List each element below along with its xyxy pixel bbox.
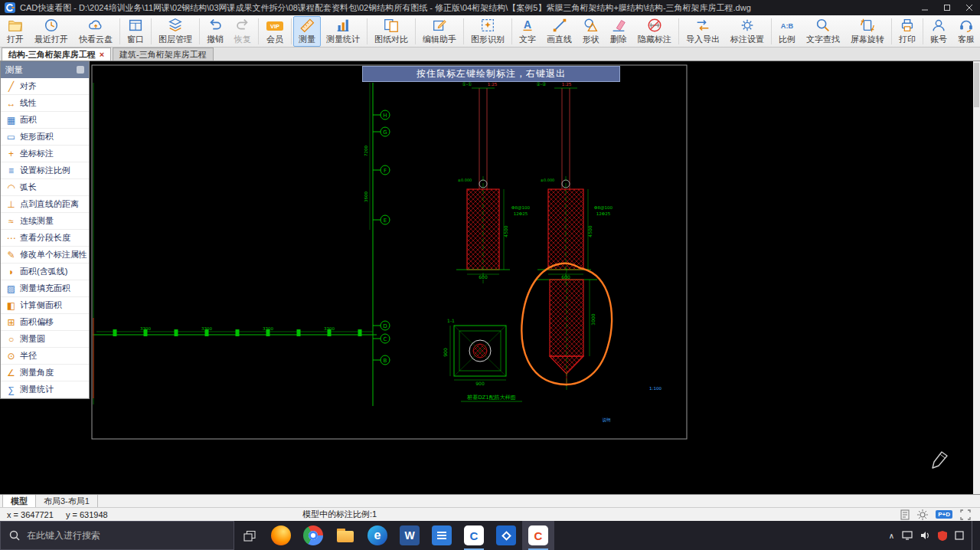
taskbar-search[interactable]: 在此键入进行搜索: [0, 521, 234, 550]
svg-text:900: 900: [475, 381, 485, 386]
fullscreen-icon[interactable]: [960, 509, 971, 520]
tab-layout3-layout1[interactable]: 布局3-布局1: [36, 495, 98, 507]
taskbar-app-chrome[interactable]: [297, 521, 329, 550]
open-button[interactable]: 打开: [2, 16, 29, 47]
svg-text:桩基DZ1配筋大样图: 桩基DZ1配筋大样图: [466, 394, 516, 401]
window-button[interactable]: 窗口: [122, 16, 149, 47]
measure-tool-fill-area[interactable]: ▨测量填充面积: [1, 280, 89, 297]
taskbar-app-word[interactable]: W: [394, 521, 426, 550]
scrollbar-thumb[interactable]: [974, 63, 979, 107]
svg-text:±0.000: ±0.000: [541, 178, 555, 182]
svg-text:说明: 说明: [603, 417, 611, 423]
cad-drawing[interactable]: H G F E D C B: [0, 61, 980, 494]
show-desktop-button[interactable]: [972, 521, 975, 550]
svg-text:F: F: [384, 168, 387, 174]
scale-button[interactable]: A:B 比例: [773, 16, 801, 47]
tray-chevron-up-icon[interactable]: ∧: [889, 532, 894, 540]
hide-annotation-button[interactable]: 隐藏标注: [632, 16, 677, 47]
toolbar-separator: [511, 18, 512, 44]
measure-tool-circle[interactable]: ○测量圆: [1, 331, 89, 348]
volume-icon[interactable]: [920, 531, 930, 540]
display-icon[interactable]: [902, 531, 913, 540]
shape-recognition-button[interactable]: 图形识别: [466, 16, 510, 47]
vip-member-button[interactable]: VIP 会员: [260, 16, 289, 47]
cloud-drive-button[interactable]: 快看云盘: [74, 16, 118, 47]
cursor-coordinates: x = 3647721 y = 631948: [0, 510, 115, 519]
close-icon[interactable]: ×: [100, 50, 104, 59]
measure-tool-linear[interactable]: ↔线性: [1, 95, 89, 112]
delete-button[interactable]: 删除: [605, 16, 632, 47]
taskbar-app-cube[interactable]: [490, 521, 522, 550]
layout-tabs-bar: 模型 布局3-布局1: [0, 494, 980, 507]
measure-tool-point-to-line[interactable]: ⊥点到直线的距离: [1, 196, 89, 213]
measure-panel-header[interactable]: 测量: [1, 61, 89, 78]
shield-badge-icon[interactable]: [938, 531, 947, 541]
import-export-button[interactable]: 导入导出: [681, 16, 725, 47]
shapes-button[interactable]: 形状: [577, 16, 605, 47]
task-view-icon: [243, 530, 256, 542]
taskbar-app-cad-viewer[interactable]: C: [522, 521, 554, 550]
taskbar-app-firefox[interactable]: [265, 521, 297, 550]
rect-area-icon: ▭: [5, 133, 17, 142]
measure-stats-icon: ∑: [5, 385, 17, 394]
text-button[interactable]: A 文字: [514, 16, 541, 47]
text-search-button[interactable]: 文字查找: [801, 16, 845, 47]
import-export-icon: [694, 17, 711, 34]
svg-text:Φ8@100: Φ8@100: [511, 205, 530, 210]
measure-tool-area-with-arc[interactable]: ◗面积(含弧线): [1, 264, 89, 280]
tab-model[interactable]: 模型: [2, 495, 36, 507]
measure-button[interactable]: 测量: [293, 16, 321, 47]
brightness-icon[interactable]: [917, 509, 928, 520]
measure-tool-segment-length[interactable]: ⋯查看分段长度: [1, 230, 89, 247]
measure-tool-stats[interactable]: ∑测量统计: [1, 381, 89, 398]
svg-text:①-①: ①-①: [462, 81, 472, 87]
statusbar: x = 3647721 y = 631948 模型中的标注比例:1 P+D: [0, 507, 980, 521]
close-button[interactable]: [958, 0, 980, 15]
drawing-compare-button[interactable]: 图纸对比: [369, 16, 413, 47]
measure-tool-continuous[interactable]: ≈连续测量: [1, 213, 89, 230]
toolbar-separator: [463, 18, 464, 44]
customer-service-button[interactable]: 客服: [952, 16, 980, 47]
minimize-button[interactable]: [913, 0, 936, 15]
tab-label: 结构-三角桁架库房工程: [8, 49, 96, 61]
taskbar-app-edge[interactable]: e: [361, 521, 394, 550]
measure-tool-area[interactable]: ▦面积: [1, 112, 89, 129]
undo-button[interactable]: 撤销: [201, 16, 229, 47]
edit-assistant-button[interactable]: 编辑助手: [417, 16, 462, 47]
scale-icon: A:B: [779, 17, 795, 34]
measure-tool-angle[interactable]: ∠测量角度: [1, 365, 89, 381]
redo-button[interactable]: 恢复: [229, 16, 256, 47]
task-view-button[interactable]: [234, 521, 265, 550]
svg-text:E: E: [384, 218, 387, 224]
vertical-scrollbar[interactable]: [973, 61, 980, 494]
taskbar-app-file-explorer[interactable]: [329, 521, 361, 550]
svg-text:12Φ25: 12Φ25: [514, 211, 528, 216]
screen-rotate-button[interactable]: 屏幕旋转: [845, 16, 890, 47]
taskbar-app-cad[interactable]: C: [458, 521, 490, 550]
document-icon[interactable]: [900, 509, 910, 520]
measure-tool-rect-area[interactable]: ▭矩形面积: [1, 129, 89, 146]
print-button[interactable]: 打印: [893, 16, 921, 47]
pd-badge[interactable]: P+D: [936, 510, 952, 519]
measure-tool-arc-length[interactable]: ◠弧长: [1, 179, 89, 196]
measure-tool-modify-annotation[interactable]: ✎修改单个标注属性: [1, 247, 89, 264]
account-button[interactable]: 账号: [925, 16, 952, 47]
measure-tool-area-offset[interactable]: ⊞面积偏移: [1, 314, 89, 331]
measure-tool-coord-annotation[interactable]: +坐标标注: [1, 146, 89, 162]
maximize-button[interactable]: [936, 0, 958, 15]
draw-line-button[interactable]: 画直线: [541, 16, 577, 47]
search-icon: [9, 530, 20, 541]
tab-architecture-drawing[interactable]: 建筑-三角桁架库房工程: [113, 47, 214, 61]
layer-manager-button[interactable]: 图层管理: [153, 16, 198, 47]
recent-open-button[interactable]: 最近打开: [29, 16, 74, 47]
panel-settings-icon[interactable]: [77, 66, 84, 74]
tab-structure-drawing[interactable]: 结构-三角桁架库房工程 ×: [2, 47, 111, 61]
measure-tool-set-annotation-scale[interactable]: ≡设置标注比例: [1, 162, 89, 179]
annotation-settings-button[interactable]: 标注设置: [725, 16, 769, 47]
measure-tool-side-area[interactable]: ◧计算侧面积: [1, 297, 89, 314]
notification-icon[interactable]: [955, 531, 964, 540]
taskbar-app-docs[interactable]: [426, 521, 458, 550]
measure-stats-button[interactable]: 测量统计: [321, 16, 365, 47]
measure-tool-radius[interactable]: ⊙半径: [1, 348, 89, 365]
measure-tool-align[interactable]: ╱对齐: [1, 78, 89, 95]
